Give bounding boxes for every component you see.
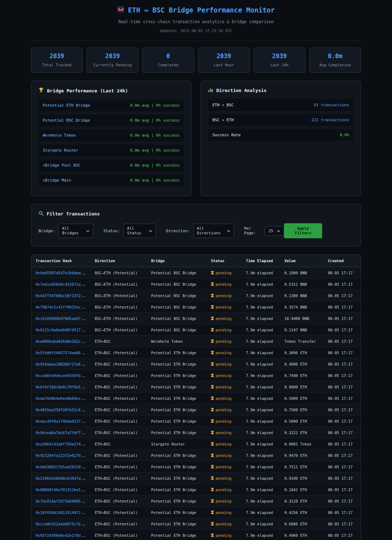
status-text: pending: [216, 488, 231, 492]
bridge-cell: Potential ETH Bridge: [147, 495, 207, 507]
tx-hash-link[interactable]: 0x7dc014af2d71b69605...: [31, 495, 91, 507]
tx-hash-link[interactable]: 0xca48fe0deceb0359fb...: [31, 370, 91, 381]
bridge-performance-title: Bridge Performance (Last 24h): [38, 87, 184, 94]
status-text: pending: [216, 442, 231, 446]
tx-hash-link[interactable]: 0xb6d388317b5ad28150...: [31, 461, 91, 473]
updated-timestamp: Updated: 2025-08-05 17:25:50 UTC: [31, 29, 361, 33]
filter-select[interactable]: All Status: [123, 224, 156, 238]
bridge-performance-row: cBridge Main 0.0m avg | 0% success: [38, 174, 184, 186]
tx-hash-link[interactable]: 0x88898fd6e701312be1...: [31, 484, 91, 495]
hourglass-icon: [211, 488, 214, 492]
table-row: 0x923264fa123f2e6270... ETH→BSC (Potenti…: [31, 450, 361, 461]
created-cell: 08-05 17:17: [324, 324, 361, 336]
bridge-cell: Potential ETH Bridge: [147, 427, 207, 438]
tx-hash-link[interactable]: 0x447f34768bc58f13f2...: [31, 290, 91, 301]
status-cell: pending: [207, 404, 242, 416]
value-cell: 0.4256 ETH: [280, 507, 324, 518]
filter-select[interactable]: 25: [264, 226, 284, 236]
value-cell: 0.7500 ETH: [280, 404, 324, 416]
elapsed-cell: 7.9m elapsed: [242, 450, 280, 461]
bridge-cell: Potential ETH Bridge: [147, 484, 207, 495]
tx-hash-link[interactable]: 0xbeb5507d547e1bb8ea...: [31, 267, 91, 279]
bridge-cell: Potential ETH Bridge: [147, 507, 207, 518]
hourglass-icon: [211, 397, 214, 401]
created-cell: 08-05 17:17: [324, 336, 361, 347]
status-cell: pending: [207, 416, 242, 427]
value-cell: 0.6086 ETH: [280, 518, 324, 530]
bridge-name: Stargate Router: [43, 148, 78, 153]
tx-hash-link[interactable]: 0xda70d9b4e6ee8b69ec...: [31, 393, 91, 404]
table-row: 0xbeb5507d547e1bb8ea... BSC→ETH (Potenti…: [31, 267, 361, 279]
hourglass-icon: [211, 534, 214, 538]
value-cell: 0.5000 ETH: [280, 393, 324, 404]
table-row: 0x79874c5c41ff9025ec... BSC→ETH (Potenti…: [31, 301, 361, 313]
bridge-performance-row: Potential ETH Bridge 0.0m avg | 0% succe…: [38, 100, 184, 111]
status-text: pending: [216, 499, 231, 503]
elapsed-cell: 7.9m elapsed: [242, 438, 280, 450]
value-cell: 0.4960 ETH: [280, 530, 324, 540]
tx-hash-link[interactable]: 0x914daea108386f17e6...: [31, 358, 91, 370]
direction-row: Success Rate 0.0%: [208, 129, 354, 141]
header: ETH ⇔ BSC Bridge Performance Monitor Rea…: [31, 4, 361, 33]
status-text: pending: [216, 271, 231, 275]
created-cell: 08-05 17:17: [324, 461, 361, 473]
value-cell: 0.9470 ETH: [280, 450, 324, 461]
table-row: 0x447f34768bc58f13f2... BSC→ETH (Potenti…: [31, 290, 361, 301]
table-row: 0xccddb352e4a00f3c7b... ETH→BSC (Potenti…: [31, 518, 361, 530]
direction-value: 91 transactions: [314, 103, 349, 107]
hourglass-icon: [211, 305, 214, 310]
bridge-performance-list: Potential ETH Bridge 0.0m avg | 0% succe…: [38, 100, 184, 186]
apply-filters-button[interactable]: Apply Filters: [284, 223, 322, 238]
created-cell: 08-05 17:17: [324, 495, 361, 507]
tx-hash-link[interactable]: 0x7ed1a956b8c432672a...: [31, 279, 91, 290]
tx-hash-link[interactable]: 0x65f24308e6ed2e1f8d...: [31, 530, 91, 540]
direction-cell: BSC→ETH (Potential): [91, 301, 147, 313]
tx-hash-link[interactable]: 0x923264fa123f2e6270...: [31, 450, 91, 461]
filter-group: Per Page: 25: [244, 226, 284, 236]
value-cell: 0.5000 ETH: [280, 416, 324, 427]
page-title: ETH ⇔ BSC Bridge Performance Monitor: [128, 6, 275, 14]
tx-hash-link[interactable]: 0x94cea6a7dc67a7fdf7...: [31, 427, 91, 438]
stat-label: Completed: [144, 63, 192, 67]
tx-hash-link[interactable]: 0x1196dcb6b68cb393fa...: [31, 473, 91, 484]
created-cell: 08-05 17:17: [324, 313, 361, 324]
table-row: 0x7ed1a956b8c432672a... BSC→ETH (Potenti…: [31, 279, 361, 290]
created-cell: 08-05 17:17: [324, 358, 361, 370]
status-cell: pending: [207, 358, 242, 370]
tx-hash-link[interactable]: 0xc6105890b97885ae87...: [31, 313, 91, 324]
table-row: 0x94cea6a7dc67a7fdf7... ETH→BSC (Potenti…: [31, 427, 361, 438]
tx-hash-link[interactable]: 0xbf4f166c8e0c70f9e5...: [31, 381, 91, 393]
bridge-stats: 0.0m avg | 0% success: [130, 178, 180, 183]
bridge-performance-panel: Bridge Performance (Last 24h) Potential …: [31, 81, 191, 196]
bridge-cell: Potential BSC Bridge: [147, 279, 207, 290]
tx-hash-link[interactable]: 0x79874c5c41ff9025ec...: [31, 301, 91, 313]
created-cell: 08-05 17:17: [324, 416, 361, 427]
tx-hash-link[interactable]: 0xccddb352e4a00f3c7b...: [31, 518, 91, 530]
filter-select-value: All Directions: [197, 226, 223, 235]
status-cell: pending: [207, 290, 242, 301]
tx-hash-link[interactable]: 0x4955ee358f267e52c6...: [31, 404, 91, 416]
hourglass-icon: [211, 351, 214, 355]
tx-hash-link[interactable]: 0xa3969c43a0f756e274...: [31, 438, 91, 450]
filter-select[interactable]: All Bridges: [58, 224, 93, 238]
created-cell: 08-05 17:17: [324, 507, 361, 518]
tx-hash-link[interactable]: 0xe000babe816d8e182c...: [31, 336, 91, 347]
tx-hash-link[interactable]: 0x5f4d0f54057574ae66...: [31, 347, 91, 358]
tx-hash-link[interactable]: 0xdacd9f8a174bda0137...: [31, 416, 91, 427]
elapsed-cell: 7.9m elapsed: [242, 530, 280, 540]
bridge-stats: 0.0m avg | 0% success: [130, 163, 180, 168]
direction-value: 0.0%: [340, 133, 350, 137]
elapsed-cell: 7.9m elapsed: [242, 393, 280, 404]
bridge-cell: Potential ETH Bridge: [147, 358, 207, 370]
stat-value: 0.0m: [311, 52, 359, 60]
table-row: 0xa3969c43a0f756e274... ETH→BSC Stargate…: [31, 438, 361, 450]
created-cell: 08-05 17:17: [324, 267, 361, 279]
elapsed-cell: 7.9m elapsed: [242, 427, 280, 438]
tx-hash-link[interactable]: 0x16f030d140135149f2...: [31, 507, 91, 518]
status-cell: pending: [207, 427, 242, 438]
tx-hash-link[interactable]: 0x0115c9a9edb00f4517...: [31, 324, 91, 336]
status-text: pending: [216, 373, 231, 378]
created-cell: 08-05 17:17: [324, 484, 361, 495]
table-row: 0x88898fd6e701312be1... ETH→BSC (Potenti…: [31, 484, 361, 495]
filter-select[interactable]: All Directions: [193, 224, 234, 238]
